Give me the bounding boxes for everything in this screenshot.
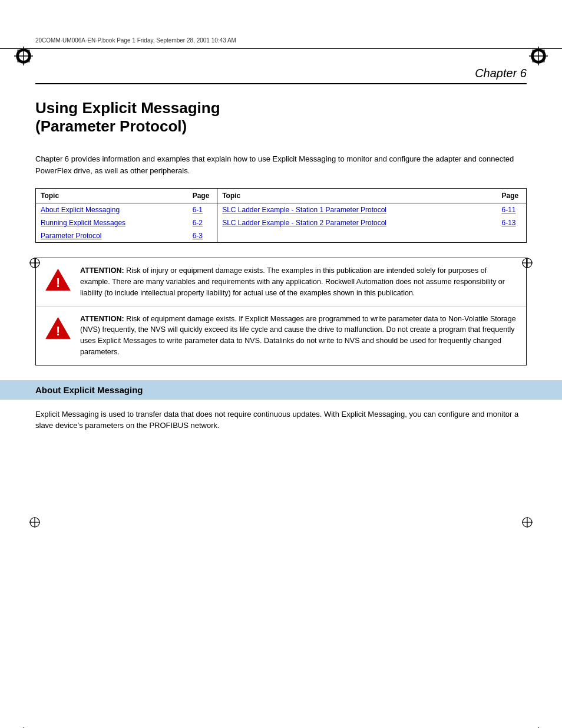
main-title: Using Explicit Messaging (Parameter Prot… [35,99,527,136]
attention-label: ATTENTION: [80,315,124,323]
toc-right-page: 6-13 [497,216,527,229]
chapter-label: Chapter 6 [475,67,527,80]
toc-right-page [497,229,527,243]
reg-mark-top-right [527,44,550,68]
toc-row: About Explicit Messaging6-1SLC Ladder Ex… [36,203,527,217]
toc-left-topic[interactable]: About Explicit Messaging [36,203,188,217]
toc-left-topic[interactable]: Parameter Protocol [36,229,188,243]
reg-mark-bottom-right [527,725,550,728]
section-heading: About Explicit Messaging [35,385,143,395]
title-line1: Using Explicit Messaging [35,99,527,117]
svg-text:!: ! [56,324,60,338]
toc-right-topic[interactable]: SLC Ladder Example - Station 1 Parameter… [217,203,497,217]
content-area: Chapter 6 provides information and examp… [35,153,527,243]
reg-mark-right-lower [521,516,534,531]
col1-page-header: Page [188,189,217,203]
toc-table: Topic Page Topic Page About Explicit Mes… [35,188,527,243]
section-content: Explicit Messaging is used to transfer d… [35,409,527,431]
page: 20COMM-UM006A-EN-P.book Page 1 Friday, S… [0,32,562,728]
col1-topic-header: Topic [36,189,188,203]
attention-box: ! ATTENTION: Risk of equipment damage ex… [36,307,526,365]
toc-row: Running Explicit Messages6-2SLC Ladder E… [36,216,527,229]
svg-text:!: ! [56,276,60,291]
title-line2: (Parameter Protocol) [35,117,527,136]
attention-text: ATTENTION: Risk of equipment damage exis… [80,314,517,358]
warning-triangle-icon: ! [45,315,71,342]
toc-left-page: 6-2 [188,216,217,229]
attention-label: ATTENTION: [80,266,124,275]
section-text: Explicit Messaging is used to transfer d… [35,409,527,431]
warning-triangle-icon: ! [45,267,71,294]
col2-page-header: Page [497,189,527,203]
reg-mark-right-mid [521,256,534,271]
toc-row: Parameter Protocol6-3 [36,229,527,243]
attention-box: ! ATTENTION: Risk of injury or equipment… [36,258,526,306]
attention-text: ATTENTION: Risk of injury or equipment d… [80,265,517,298]
col2-topic-header: Topic [217,189,497,203]
reg-mark-bottom-left [12,725,35,728]
toc-left-page: 6-1 [188,203,217,217]
toc-right-page: 6-11 [497,203,527,217]
reg-mark-left-mid [28,256,41,271]
section-heading-bar: About Explicit Messaging [0,380,562,400]
reg-mark-left-lower [28,516,41,531]
toc-left-topic[interactable]: Running Explicit Messages [36,216,188,229]
attention-section: ! ATTENTION: Risk of injury or equipment… [35,258,527,365]
chapter-area: Chapter 6 [0,49,562,83]
chapter-divider [35,83,527,84]
toc-left-page: 6-3 [188,229,217,243]
reg-mark-top-left [12,44,35,68]
file-info: 20COMM-UM006A-EN-P.book Page 1 Friday, S… [35,37,236,44]
toc-right-topic[interactable]: SLC Ladder Example - Station 2 Parameter… [217,216,497,229]
intro-text: Chapter 6 provides information and examp… [35,153,527,176]
header-bar: 20COMM-UM006A-EN-P.book Page 1 Friday, S… [0,32,562,49]
toc-right-topic[interactable] [217,229,497,243]
